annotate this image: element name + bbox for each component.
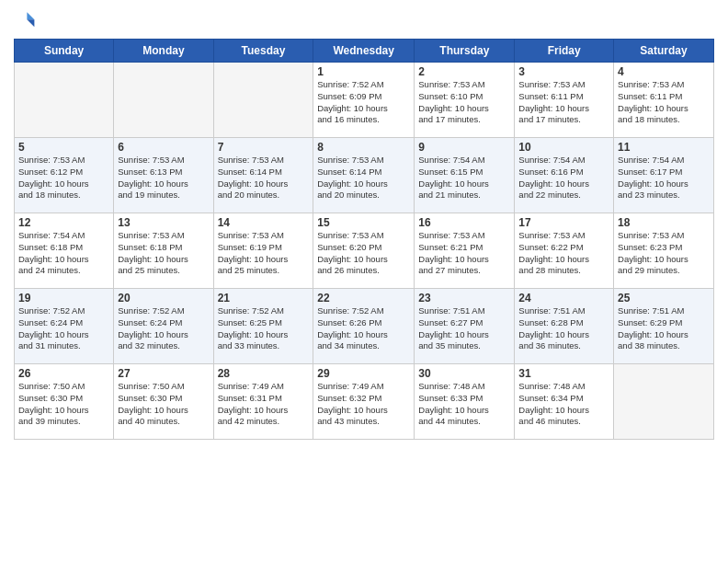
calendar-cell: 16Sunrise: 7:53 AM Sunset: 6:21 PM Dayli…: [415, 213, 515, 289]
calendar-cell: [15, 63, 114, 138]
calendar-cell: 5Sunrise: 7:53 AM Sunset: 6:12 PM Daylig…: [15, 138, 114, 213]
day-number: 17: [518, 216, 609, 229]
calendar-week-row: 1Sunrise: 7:52 AM Sunset: 6:09 PM Daylig…: [15, 63, 714, 138]
day-info: Sunrise: 7:48 AM Sunset: 6:34 PM Dayligh…: [518, 381, 609, 428]
day-header-wednesday: Wednesday: [313, 40, 415, 63]
day-number: 7: [218, 141, 310, 154]
calendar-cell: 3Sunrise: 7:53 AM Sunset: 6:11 PM Daylig…: [515, 63, 614, 138]
day-number: 21: [218, 292, 310, 304]
day-number: 6: [118, 141, 209, 154]
calendar-cell: 26Sunrise: 7:50 AM Sunset: 6:30 PM Dayli…: [15, 364, 114, 440]
calendar-cell: 21Sunrise: 7:52 AM Sunset: 6:25 PM Dayli…: [213, 289, 313, 364]
day-number: 24: [518, 292, 609, 304]
calendar-cell: 30Sunrise: 7:48 AM Sunset: 6:33 PM Dayli…: [415, 364, 515, 440]
calendar-cell: 27Sunrise: 7:50 AM Sunset: 6:30 PM Dayli…: [114, 364, 213, 440]
day-header-thursday: Thursday: [415, 40, 515, 63]
day-number: 20: [118, 292, 209, 304]
day-number: 28: [218, 367, 310, 380]
calendar-week-row: 19Sunrise: 7:52 AM Sunset: 6:24 PM Dayli…: [15, 289, 714, 364]
calendar-week-row: 26Sunrise: 7:50 AM Sunset: 6:30 PM Dayli…: [15, 364, 714, 440]
day-number: 16: [418, 216, 510, 229]
day-info: Sunrise: 7:49 AM Sunset: 6:32 PM Dayligh…: [317, 381, 410, 428]
calendar-cell: 24Sunrise: 7:51 AM Sunset: 6:28 PM Dayli…: [515, 289, 614, 364]
day-info: Sunrise: 7:52 AM Sunset: 6:25 PM Dayligh…: [218, 305, 310, 352]
day-info: Sunrise: 7:52 AM Sunset: 6:09 PM Dayligh…: [317, 79, 410, 126]
day-info: Sunrise: 7:53 AM Sunset: 6:21 PM Dayligh…: [418, 230, 510, 277]
calendar-cell: 1Sunrise: 7:52 AM Sunset: 6:09 PM Daylig…: [313, 63, 415, 138]
calendar-cell: 8Sunrise: 7:53 AM Sunset: 6:14 PM Daylig…: [313, 138, 415, 213]
day-info: Sunrise: 7:50 AM Sunset: 6:30 PM Dayligh…: [18, 381, 109, 428]
day-info: Sunrise: 7:51 AM Sunset: 6:28 PM Dayligh…: [518, 305, 609, 352]
day-info: Sunrise: 7:53 AM Sunset: 6:14 PM Dayligh…: [218, 155, 310, 201]
day-number: 18: [618, 216, 710, 229]
calendar-cell: 6Sunrise: 7:53 AM Sunset: 6:13 PM Daylig…: [114, 138, 213, 213]
calendar-cell: 22Sunrise: 7:52 AM Sunset: 6:26 PM Dayli…: [313, 289, 415, 364]
day-info: Sunrise: 7:53 AM Sunset: 6:10 PM Dayligh…: [418, 79, 510, 126]
calendar-week-row: 12Sunrise: 7:54 AM Sunset: 6:18 PM Dayli…: [15, 213, 714, 289]
calendar-cell: [213, 63, 313, 138]
svg-marker-1: [27, 19, 34, 27]
calendar-cell: 18Sunrise: 7:53 AM Sunset: 6:23 PM Dayli…: [614, 213, 714, 289]
calendar-cell: [114, 63, 213, 138]
calendar-cell: 4Sunrise: 7:53 AM Sunset: 6:11 PM Daylig…: [614, 63, 714, 138]
day-number: 12: [18, 216, 109, 229]
calendar-cell: 12Sunrise: 7:54 AM Sunset: 6:18 PM Dayli…: [15, 213, 114, 289]
calendar-cell: 13Sunrise: 7:53 AM Sunset: 6:18 PM Dayli…: [114, 213, 213, 289]
calendar-cell: 11Sunrise: 7:54 AM Sunset: 6:17 PM Dayli…: [614, 138, 714, 213]
header: [14, 9, 714, 31]
day-number: 14: [218, 216, 310, 229]
day-number: 13: [118, 216, 209, 229]
calendar-cell: 17Sunrise: 7:53 AM Sunset: 6:22 PM Dayli…: [515, 213, 614, 289]
day-header-saturday: Saturday: [614, 40, 714, 63]
day-info: Sunrise: 7:54 AM Sunset: 6:16 PM Dayligh…: [518, 155, 609, 201]
logo: [14, 9, 40, 31]
day-number: 10: [518, 141, 609, 154]
day-info: Sunrise: 7:53 AM Sunset: 6:22 PM Dayligh…: [518, 230, 609, 277]
day-info: Sunrise: 7:53 AM Sunset: 6:11 PM Dayligh…: [618, 79, 710, 126]
day-header-friday: Friday: [515, 40, 614, 63]
day-info: Sunrise: 7:52 AM Sunset: 6:24 PM Dayligh…: [18, 305, 109, 352]
day-info: Sunrise: 7:52 AM Sunset: 6:24 PM Dayligh…: [118, 305, 209, 352]
day-number: 25: [618, 292, 710, 304]
day-header-monday: Monday: [114, 40, 213, 63]
calendar-cell: 9Sunrise: 7:54 AM Sunset: 6:15 PM Daylig…: [415, 138, 515, 213]
day-number: 19: [18, 292, 109, 304]
day-number: 3: [518, 65, 609, 78]
calendar-cell: 10Sunrise: 7:54 AM Sunset: 6:16 PM Dayli…: [515, 138, 614, 213]
day-info: Sunrise: 7:52 AM Sunset: 6:26 PM Dayligh…: [317, 305, 410, 352]
day-header-sunday: Sunday: [15, 40, 114, 63]
day-info: Sunrise: 7:53 AM Sunset: 6:13 PM Dayligh…: [118, 155, 209, 201]
day-number: 31: [518, 367, 609, 380]
logo-icon: [14, 9, 36, 31]
calendar-cell: [614, 364, 714, 440]
day-number: 11: [618, 141, 710, 154]
calendar-cell: 25Sunrise: 7:51 AM Sunset: 6:29 PM Dayli…: [614, 289, 714, 364]
calendar-cell: 23Sunrise: 7:51 AM Sunset: 6:27 PM Dayli…: [415, 289, 515, 364]
day-info: Sunrise: 7:53 AM Sunset: 6:19 PM Dayligh…: [218, 230, 310, 277]
calendar-cell: 15Sunrise: 7:53 AM Sunset: 6:20 PM Dayli…: [313, 213, 415, 289]
day-info: Sunrise: 7:53 AM Sunset: 6:14 PM Dayligh…: [317, 155, 410, 201]
day-info: Sunrise: 7:54 AM Sunset: 6:18 PM Dayligh…: [18, 230, 109, 277]
day-number: 22: [317, 292, 410, 304]
day-info: Sunrise: 7:50 AM Sunset: 6:30 PM Dayligh…: [118, 381, 209, 428]
calendar-cell: 14Sunrise: 7:53 AM Sunset: 6:19 PM Dayli…: [213, 213, 313, 289]
page: SundayMondayTuesdayWednesdayThursdayFrid…: [0, 0, 728, 563]
day-number: 9: [418, 141, 510, 154]
calendar: SundayMondayTuesdayWednesdayThursdayFrid…: [14, 39, 714, 440]
day-info: Sunrise: 7:49 AM Sunset: 6:31 PM Dayligh…: [218, 381, 310, 428]
svg-marker-0: [27, 12, 34, 19]
day-info: Sunrise: 7:54 AM Sunset: 6:15 PM Dayligh…: [418, 155, 510, 201]
day-number: 30: [418, 367, 510, 380]
calendar-cell: 28Sunrise: 7:49 AM Sunset: 6:31 PM Dayli…: [213, 364, 313, 440]
day-info: Sunrise: 7:53 AM Sunset: 6:11 PM Dayligh…: [518, 79, 609, 126]
calendar-cell: 31Sunrise: 7:48 AM Sunset: 6:34 PM Dayli…: [515, 364, 614, 440]
calendar-cell: 20Sunrise: 7:52 AM Sunset: 6:24 PM Dayli…: [114, 289, 213, 364]
day-number: 4: [618, 65, 710, 78]
day-info: Sunrise: 7:51 AM Sunset: 6:27 PM Dayligh…: [418, 305, 510, 352]
day-number: 2: [418, 65, 510, 78]
day-info: Sunrise: 7:53 AM Sunset: 6:18 PM Dayligh…: [118, 230, 209, 277]
day-info: Sunrise: 7:51 AM Sunset: 6:29 PM Dayligh…: [618, 305, 710, 352]
calendar-cell: 2Sunrise: 7:53 AM Sunset: 6:10 PM Daylig…: [415, 63, 515, 138]
day-number: 8: [317, 141, 410, 154]
day-info: Sunrise: 7:54 AM Sunset: 6:17 PM Dayligh…: [618, 155, 710, 201]
